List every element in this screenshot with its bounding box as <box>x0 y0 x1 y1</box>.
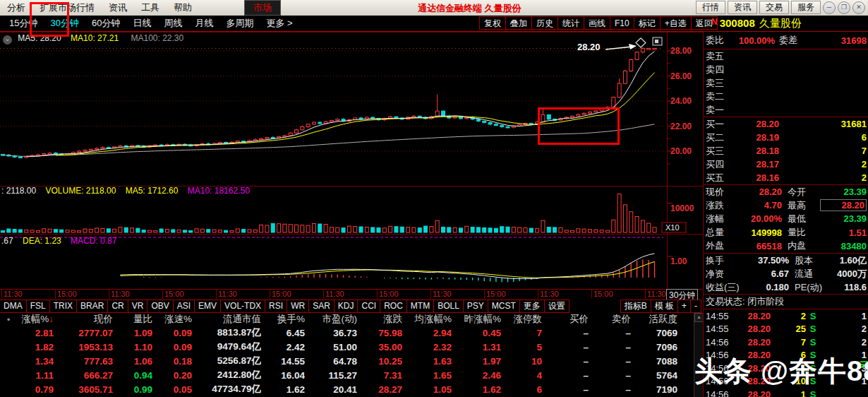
chart-region[interactable]: X10 ⌄ MA5: 28.20 MA10: 27.21 MA100: 22.3… <box>0 32 703 290</box>
tool-button-统计[interactable]: 统计 <box>557 16 584 30</box>
indicator-tab-模 板[interactable]: 模 板 <box>651 300 678 313</box>
table-cell: – <box>589 328 631 338</box>
indicator-tab-BRAR[interactable]: BRAR <box>76 300 108 313</box>
price-chart-canvas[interactable]: X10 <box>0 32 703 290</box>
top-button-资讯[interactable]: 资讯 <box>728 1 757 14</box>
bid-label: 买四 <box>706 158 724 171</box>
table-row[interactable]: 1.821953.131.100.099479.64亿2.4251.0035.0… <box>0 340 703 354</box>
column-header-涨幅%[interactable]: 涨幅%↓ <box>17 313 54 326</box>
indicator-tab-CCI[interactable]: CCI <box>357 300 380 313</box>
indicator-tab-+[interactable]: + <box>677 300 691 313</box>
quote-panel: 委比 100.00% 委差 31698 卖五卖四卖三卖二卖一 买一28.2031… <box>703 32 868 397</box>
indicator-tab-TRIX[interactable]: TRIX <box>49 300 77 313</box>
menu-item-分析[interactable]: 分析 <box>0 2 32 13</box>
indicator-tab-DMA[interactable]: DMA <box>0 300 27 313</box>
table-cell: 7069 <box>631 328 677 338</box>
indicator-tab-FSL[interactable]: FSL <box>26 300 50 313</box>
bid-price: 28.17 <box>724 159 779 170</box>
indicator-tab-ROC[interactable]: ROC <box>380 300 407 313</box>
tool-button-+自选[interactable]: +自选 <box>660 16 692 30</box>
menu-item-帮助[interactable]: 帮助 <box>167 2 199 13</box>
tool-button-复权[interactable]: 复权 <box>479 16 506 30</box>
table-cell: 10.25 <box>357 356 402 367</box>
restore-icon[interactable]: ❐ <box>838 1 850 14</box>
column-header-换手%[interactable]: 换手% <box>261 313 305 326</box>
column-header-量比[interactable]: 量比 <box>113 313 152 326</box>
period-tab-60分钟[interactable]: 60分钟 <box>85 17 126 30</box>
indicator-tab-CR[interactable]: CR <box>107 300 128 313</box>
menu-item-market[interactable]: 市场 <box>244 0 281 16</box>
minimize-icon[interactable]: ─ <box>823 1 836 14</box>
table-row[interactable]: 1.11666.270.940.202412.80亿16.04115.277.3… <box>0 368 703 382</box>
quote-row: 总量149998量比1.51 <box>704 226 868 239</box>
tool-button-标记[interactable]: 标记 <box>634 16 661 30</box>
tool-button-历史[interactable]: 历史 <box>531 16 558 30</box>
indicator-tab-EMV[interactable]: EMV <box>194 300 221 313</box>
menu-item-资讯[interactable]: 资讯 <box>102 2 134 13</box>
period-tab-更多 >[interactable]: 更多 > <box>260 17 299 30</box>
time-label: 15:00 <box>270 290 291 299</box>
bid-label: 买一 <box>706 118 724 131</box>
table-cell: 2777.07 <box>54 328 113 338</box>
indicator-tab-MCST[interactable]: MCST <box>488 300 520 313</box>
indicator-tab-KDJ[interactable]: KDJ <box>334 300 358 313</box>
table-row[interactable]: 1.34777.631.060.185256.87亿14.5564.7810.2… <box>0 354 703 368</box>
indicator-tab-设置[interactable]: 设置 <box>544 300 569 313</box>
tool-button-F10[interactable]: F10 <box>610 16 634 30</box>
period-tab-日线[interactable]: 日线 <box>126 17 157 30</box>
tool-button-叠加[interactable]: 叠加 <box>505 16 532 30</box>
price-tick-label: 20.00 <box>670 146 692 156</box>
indicator-tab-ASI[interactable]: ASI <box>173 300 195 313</box>
period-tab-月线[interactable]: 月线 <box>188 17 219 30</box>
fund-row: 净资6.67流通4000万 <box>704 267 868 280</box>
column-header-卖价[interactable]: 卖价 <box>589 313 631 326</box>
top-button-交易[interactable]: 交易 <box>759 1 789 14</box>
column-header-昨涨幅%[interactable]: 昨涨幅% <box>452 313 501 326</box>
column-header-市盈(动)[interactable]: 市盈(动) <box>305 313 357 326</box>
market-quote-table: •涨幅%↓现价量比涨速%流通市值换手%市盈(动)涨跌均涨幅%昨涨幅%涨停数买价卖… <box>0 313 703 397</box>
bid-volume: 2 <box>779 172 867 183</box>
column-header-买价[interactable]: 买价 <box>542 313 589 326</box>
indicator-tab-指标B[interactable]: 指标B <box>620 300 651 313</box>
close-icon[interactable]: ✕ <box>852 1 865 14</box>
table-cell: 8813.87亿 <box>192 326 261 339</box>
period-tab-周线[interactable]: 周线 <box>157 17 188 30</box>
table-row[interactable]: 2.812777.071.090.098813.87亿6.4536.7375.9… <box>0 326 703 340</box>
top-button-行情[interactable]: 行情 <box>696 1 725 14</box>
tool-button-画线[interactable]: 画线 <box>584 16 610 30</box>
indicator-tab-RSI[interactable]: RSI <box>265 300 287 313</box>
fund-label: 净资 <box>706 268 745 280</box>
column-header-现价[interactable]: 现价 <box>54 313 113 326</box>
time-label: 15:00 <box>484 290 506 299</box>
indicator-tab-SAR[interactable]: SAR <box>308 300 334 313</box>
column-header-•[interactable]: • <box>0 314 17 325</box>
scroll-up-icon[interactable]: ▲ <box>694 313 703 322</box>
indicator-tab-VOL-TDX[interactable]: VOL-TDX <box>220 300 265 313</box>
top-button-服务[interactable]: 服务 <box>791 1 821 14</box>
column-header-流通市值[interactable]: 流通市值 <box>192 313 261 326</box>
indicator-tab-更多[interactable]: 更多 <box>519 300 545 313</box>
indicator-tab-OBV[interactable]: OBV <box>147 300 173 313</box>
bid-volume: 6 <box>779 132 867 143</box>
indicator-tab-MTM[interactable]: MTM <box>406 300 434 313</box>
indicator-tab-VR[interactable]: VR <box>128 300 148 313</box>
column-header-涨跌[interactable]: 涨跌 <box>357 313 402 326</box>
column-header-涨速%[interactable]: 涨速% <box>152 313 192 326</box>
chevron-down-icon[interactable]: ⌄ <box>3 35 12 45</box>
indicator-tab-BOLL[interactable]: BOLL <box>433 300 464 313</box>
table-row[interactable]: 0.793605.710.990.0547734.79亿1.6220.4128.… <box>0 382 703 396</box>
table-cell: 6.45 <box>261 328 305 338</box>
column-header-涨停数[interactable]: 涨停数 <box>501 313 542 326</box>
fund-label: 换手 <box>706 254 745 267</box>
menu-item-工具[interactable]: 工具 <box>134 2 167 13</box>
indicator-tab--[interactable]: - <box>690 300 701 313</box>
period-tab-多周期[interactable]: 多周期 <box>219 17 260 30</box>
ask-row: 卖三 <box>704 76 868 90</box>
column-header-活跃度[interactable]: 活跃度 <box>631 313 677 326</box>
price-tick-label: 26.00 <box>670 71 692 81</box>
column-header-均涨幅%[interactable]: 均涨幅% <box>402 313 452 326</box>
indicator-tab-WR[interactable]: WR <box>287 300 309 313</box>
table-cell: 666.27 <box>54 370 113 381</box>
indicator-tab-PSY[interactable]: PSY <box>463 300 488 313</box>
table-cell: 0.05 <box>152 384 192 395</box>
